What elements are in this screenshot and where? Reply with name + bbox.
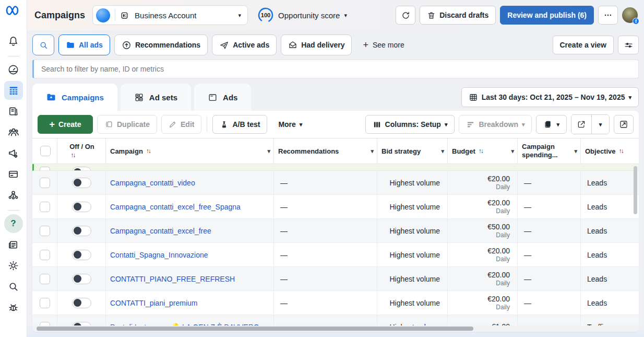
search-input[interactable] <box>32 60 639 78</box>
opportunity-score[interactable]: 100 Opportunity score ▾ <box>257 7 347 24</box>
table-row: Campagna_contatti_excel_free_Spagna — Hi… <box>32 195 639 219</box>
row-checkbox[interactable] <box>40 226 50 236</box>
account-overview-gauge-icon[interactable] <box>4 60 23 79</box>
business-account-selector[interactable]: Business Account ▾ <box>92 5 248 25</box>
help-question-icon[interactable]: ? <box>4 214 23 233</box>
flask-icon <box>220 120 229 129</box>
updates-news-icon[interactable] <box>4 235 23 254</box>
header-campaign-spending[interactable]: Campaign spending... ▾ <box>518 138 581 164</box>
columns-setup-button[interactable]: Columns: Setup ▾ <box>365 115 455 134</box>
breakdown-button[interactable]: Breakdown ▾ <box>459 115 532 134</box>
budget-value: €20.00 <box>487 199 510 207</box>
campaign-link[interactable]: CONTATTI_piani_premium <box>110 299 198 307</box>
export-button[interactable] <box>571 115 591 134</box>
sliders-icon <box>624 40 634 50</box>
header-campaign[interactable]: Campaign ↑↓ ▾ <box>106 138 274 164</box>
date-range-selector[interactable]: Last 30 days: Oct 21, 2025 – Nov 19, 202… <box>461 87 639 107</box>
header-budget[interactable]: Budget ↑↓ ▾ <box>448 138 518 164</box>
campaign-toggle-off[interactable] <box>72 250 91 260</box>
more-menu-button[interactable]: More ▾ <box>271 115 309 134</box>
filter-chip-active-ads[interactable]: Active ads <box>212 34 277 55</box>
campaign-link[interactable]: Campagna_contatti_excel_free <box>110 227 211 235</box>
reports-button[interactable]: ▾ <box>536 115 567 134</box>
campaign-link[interactable]: Campagna_contatti_video <box>110 179 195 187</box>
campaign-toggle[interactable] <box>72 167 91 171</box>
tab-campaigns[interactable]: Campaigns <box>32 84 117 111</box>
caret-down-icon[interactable]: ▾ <box>511 148 514 155</box>
tab-ad-sets[interactable]: Ad sets <box>121 84 191 111</box>
toggle-knob <box>74 323 81 326</box>
toggle-cell <box>57 219 106 242</box>
row-checkbox[interactable] <box>40 322 50 326</box>
campaign-link[interactable]: Campagna_contatti_excel_free_Spagna <box>110 203 241 211</box>
notifications-bell-icon[interactable] <box>4 31 23 50</box>
filter-chip-had-delivery[interactable]: Had delivery <box>281 34 352 55</box>
see-more-button[interactable]: + See more <box>356 34 411 55</box>
audiences-people-icon[interactable] <box>4 123 23 142</box>
filter-chip-recommendations[interactable]: Recommendations <box>114 34 208 55</box>
user-avatar[interactable]: f <box>622 7 638 23</box>
create-button[interactable]: + Create <box>38 115 93 134</box>
campaign-toggle-off[interactable] <box>72 178 91 188</box>
report-bug-icon[interactable] <box>4 298 23 317</box>
export-options-button[interactable]: ▾ <box>591 115 609 134</box>
caret-down-icon[interactable]: ▾ <box>371 148 374 155</box>
filter-search-button[interactable] <box>32 34 54 55</box>
duplicate-button[interactable]: Duplicate <box>97 115 157 134</box>
ads-manager-grid-icon[interactable] <box>4 81 23 100</box>
sidebar-divider <box>8 210 19 211</box>
budget-value: €20.00 <box>487 175 510 183</box>
ab-test-button[interactable]: A/B test <box>212 115 267 134</box>
campaign-toggle-off[interactable] <box>72 274 91 284</box>
row-checkbox[interactable] <box>40 178 50 188</box>
filter-settings-button[interactable] <box>618 36 639 54</box>
select-all-checkbox[interactable] <box>40 146 51 156</box>
spending-cell: — <box>518 219 581 242</box>
header-recommendations[interactable]: Recommendations ▾ <box>274 138 377 164</box>
row-checkbox[interactable] <box>40 298 50 308</box>
business-assets-network-icon[interactable] <box>4 185 23 204</box>
budget-cell: €20.00 Daily <box>448 243 518 266</box>
score-gauge-icon: 100 <box>257 7 274 24</box>
campaigns-folder-icon <box>46 92 56 102</box>
filter-chip-all-ads[interactable]: All ads <box>58 34 110 55</box>
caret-down-icon[interactable]: ▾ <box>574 148 577 155</box>
vertical-scrollbar[interactable] <box>634 166 637 214</box>
row-checkbox[interactable] <box>40 250 50 260</box>
campaign-link[interactable]: Contatti_Spagna_Innovazione <box>110 251 208 259</box>
header-bid-strategy[interactable]: Bid strategy ▾ <box>377 138 448 164</box>
campaign-link[interactable]: CONTATTI_PIANO_FREE_REFRESH <box>110 275 235 283</box>
refresh-button[interactable] <box>396 6 415 25</box>
campaign-toggle-off[interactable] <box>72 202 91 212</box>
paper-plane-icon <box>219 40 229 50</box>
create-a-view-button[interactable]: Create a view <box>553 36 614 54</box>
review-and-publish-button[interactable]: Review and publish (6) <box>500 6 594 25</box>
header-objective[interactable]: Objective ↑↓ <box>581 138 639 164</box>
ads-reporting-pages-icon[interactable] <box>4 102 23 121</box>
discard-drafts-button[interactable]: Discard drafts <box>420 6 496 25</box>
settings-gear-icon[interactable] <box>4 256 23 275</box>
horizontal-scrollbar[interactable] <box>37 327 473 331</box>
caret-down-icon[interactable]: ▾ <box>267 148 270 155</box>
row-checkbox[interactable] <box>40 274 50 284</box>
header-off-on[interactable]: Off / On ↑↓ <box>57 138 106 164</box>
billing-card-icon[interactable] <box>4 165 23 183</box>
edit-button[interactable]: Edit <box>161 115 201 134</box>
tab-ads[interactable]: Ads <box>194 84 251 111</box>
charts-button[interactable] <box>614 115 634 134</box>
meta-logo[interactable] <box>6 5 21 18</box>
row-checkbox[interactable] <box>40 202 50 212</box>
select-all-cell <box>32 138 57 164</box>
caret-down-icon[interactable]: ▾ <box>441 148 444 155</box>
row-checkbox[interactable] <box>40 167 50 171</box>
more-label: More <box>278 120 295 129</box>
more-options-button[interactable] <box>598 6 618 25</box>
campaign-toggle-off[interactable] <box>72 298 91 308</box>
discard-drafts-label: Discard drafts <box>439 11 488 19</box>
budget-cell: €20.00 Daily <box>448 291 518 315</box>
campaign-link[interactable]: Post di Instagram: 💡 LA GEN Z È DAVVERO… <box>110 323 267 326</box>
search-magnifier-icon[interactable] <box>4 277 23 296</box>
advertising-megaphone-icon[interactable] <box>4 144 23 162</box>
campaign-toggle-off[interactable] <box>72 322 91 326</box>
campaign-toggle-off[interactable] <box>72 226 91 236</box>
